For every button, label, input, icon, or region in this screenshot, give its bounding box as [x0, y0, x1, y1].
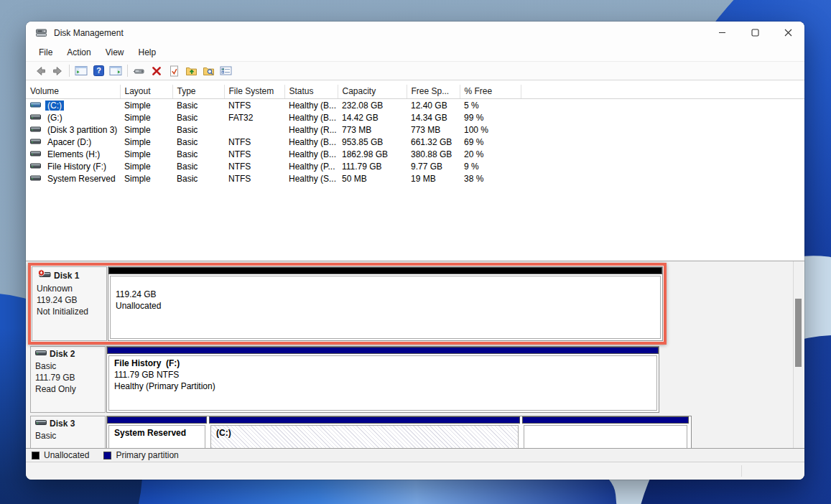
forward-icon[interactable]	[49, 63, 66, 78]
partition[interactable]: (C:)	[209, 416, 520, 448]
layout-cell: Simple	[120, 172, 172, 185]
pct-free-cell: 38 %	[460, 172, 521, 185]
delete-volume-icon[interactable]	[148, 63, 165, 78]
partition-title: File History (F:)	[114, 358, 651, 369]
volume-cell: (G:)	[26, 111, 120, 123]
type-cell: Basic	[172, 111, 224, 123]
column-header-free-sp-[interactable]: Free Sp...	[407, 85, 460, 99]
scrollbar-thumb[interactable]	[795, 299, 802, 367]
free-space-cell: 9.77 GB	[407, 160, 460, 172]
folder-up-icon[interactable]	[182, 63, 200, 78]
table-row[interactable]: (G:)SimpleBasicFAT32Healthy (B...14.42 G…	[26, 111, 804, 123]
close-button[interactable]	[771, 22, 804, 44]
minimize-button[interactable]	[705, 22, 738, 44]
volume-icon	[30, 113, 41, 123]
disk-icon	[35, 349, 47, 359]
type-cell: Basic	[172, 99, 224, 112]
back-icon[interactable]	[32, 63, 49, 78]
filler-cell	[521, 172, 804, 185]
volume-cell: File History (F:)	[26, 160, 120, 172]
disk-2-header[interactable]: Disk 2Basic111.79 GBRead Only	[30, 346, 106, 413]
vertical-scrollbar[interactable]	[793, 261, 803, 448]
menu-item-view[interactable]: View	[98, 45, 131, 60]
disk-row-3: Disk 3BasicSystem Reserved(C:)	[30, 416, 692, 448]
column-header-layout[interactable]: Layout	[120, 85, 172, 99]
table-row[interactable]: System ReservedSimpleBasicNTFSHealthy (S…	[26, 172, 804, 185]
column-header-volume[interactable]: Volume	[26, 85, 120, 99]
partition-title: System Reserved	[114, 427, 200, 439]
column-header-file-system[interactable]: File System	[224, 85, 284, 99]
menu-item-action[interactable]: Action	[60, 45, 98, 60]
filler-cell	[521, 160, 804, 172]
layout-cell: Simple	[120, 160, 172, 172]
filler-cell	[521, 99, 804, 112]
status-cell: Healthy (B...	[284, 111, 338, 123]
layout-cell: Simple	[120, 111, 172, 123]
free-space-cell: 380.88 GB	[407, 148, 460, 160]
column-header--free[interactable]: % Free	[460, 85, 521, 99]
status-cell: Healthy (S...	[284, 172, 338, 185]
check-document-icon[interactable]	[165, 63, 182, 78]
disk-3-header[interactable]: Disk 3Basic	[30, 416, 106, 448]
legend-swatch	[32, 452, 40, 459]
column-header-type[interactable]: Type	[172, 85, 224, 99]
pct-free-cell: 100 %	[460, 123, 521, 136]
capacity-cell: 1862.98 GB	[338, 148, 407, 160]
menu-item-help[interactable]: Help	[131, 45, 164, 60]
partition[interactable]	[522, 416, 689, 448]
help-icon[interactable]: ?	[90, 63, 107, 78]
disk-name-label: Disk 2	[50, 349, 75, 359]
properties-icon[interactable]	[217, 63, 234, 78]
column-header-capacity[interactable]: Capacity	[338, 85, 407, 99]
partition[interactable]: 119.24 GBUnallocated	[108, 267, 662, 340]
partition-status-bar	[209, 416, 520, 424]
table-row[interactable]: (Disk 3 partition 3)SimpleBasicHealthy (…	[26, 123, 804, 136]
capacity-cell: 14.42 GB	[338, 111, 407, 123]
folder-search-icon[interactable]	[200, 63, 217, 78]
volume-icon	[30, 101, 41, 111]
device-icon[interactable]	[131, 63, 148, 78]
partition-body: System Reserved	[108, 425, 205, 448]
disk-1-header[interactable]: Disk 1Unknown119.24 GBNot Initialized	[32, 266, 107, 341]
pct-free-cell: 69 %	[460, 136, 521, 148]
status-cell: Healthy (B...	[284, 136, 338, 148]
table-row[interactable]: File History (F:)SimpleBasicNTFSHealthy …	[26, 160, 804, 172]
partition[interactable]: System Reserved	[107, 416, 207, 448]
title-bar[interactable]: Disk Management	[26, 22, 804, 44]
status-cell: Healthy (B...	[284, 99, 338, 112]
volume-icon	[30, 137, 41, 147]
volume-label: (C:)	[45, 101, 64, 111]
volume-label: File History (F:)	[45, 162, 108, 172]
layout-cell: Simple	[120, 148, 172, 160]
toolbar-separator	[127, 65, 128, 77]
volume-cell: Apacer (D:)	[26, 136, 120, 148]
type-cell: Basic	[172, 172, 224, 185]
console-tree-icon[interactable]	[73, 63, 90, 78]
partition-status-bar	[107, 347, 659, 354]
action-pane-icon[interactable]	[107, 63, 124, 78]
status-divider	[741, 465, 742, 477]
volume-icon	[30, 174, 41, 184]
disk-info-line: Read Only	[35, 383, 101, 395]
legend-label: Unallocated	[44, 450, 89, 460]
volume-label: (Disk 3 partition 3)	[45, 125, 119, 135]
status-cell: Healthy (P...	[284, 160, 338, 172]
table-row[interactable]: Elements (H:)SimpleBasicNTFSHealthy (B..…	[26, 148, 804, 160]
column-header-status[interactable]: Status	[284, 85, 338, 99]
table-row[interactable]: (C:)SimpleBasicNTFSHealthy (B...232.08 G…	[26, 99, 804, 112]
menu-item-file[interactable]: File	[32, 45, 60, 60]
pct-free-cell: 5 %	[460, 99, 521, 112]
file-system-cell: NTFS	[224, 148, 284, 160]
legend-swatch	[103, 452, 111, 459]
volume-icon	[30, 149, 41, 159]
table-row[interactable]: Apacer (D:)SimpleBasicNTFSHealthy (B...9…	[26, 136, 804, 148]
maximize-button[interactable]	[738, 22, 771, 44]
disk-graph-pane: Disk 1Unknown119.24 GBNot Initialized119…	[26, 261, 804, 448]
legend-label: Primary partition	[116, 450, 178, 460]
partition-status-bar	[107, 416, 207, 424]
red-annotation-box: Disk 1Unknown119.24 GBNot Initialized119…	[28, 263, 667, 345]
disk-info-line: Unknown	[37, 283, 102, 294]
partition-title: (C:)	[216, 427, 513, 439]
partition[interactable]: File History (F:)111.79 GB NTFSHealthy (…	[107, 347, 659, 412]
disk-info-line: Basic	[35, 430, 101, 442]
